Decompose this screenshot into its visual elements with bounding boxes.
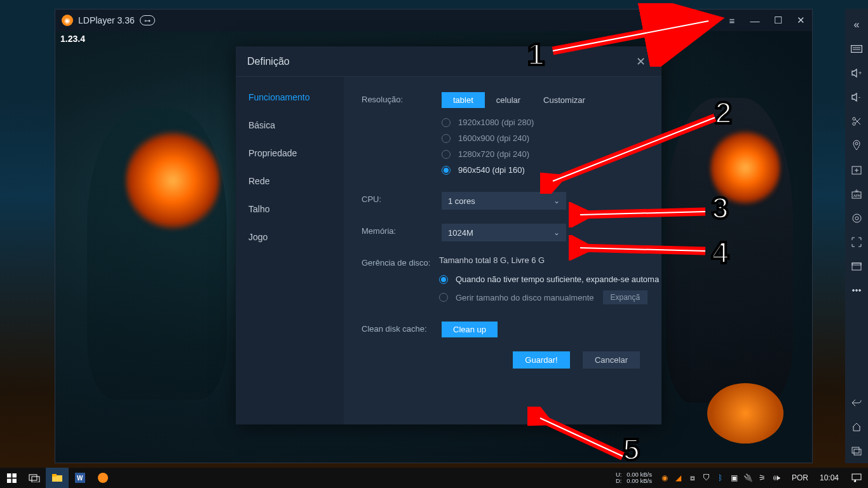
save-button[interactable]: Guardar!	[513, 351, 570, 369]
right-toolbar: « + - APK	[845, 9, 868, 463]
svg-rect-38	[29, 475, 37, 480]
res-opt-1920[interactable]: 1920x1080 (dpi 280)	[442, 114, 659, 130]
system-tray: ◉ ◢ ⧈ ⛉ ᛒ ▣ 🔌 ⚞ 🕪	[654, 473, 787, 483]
res-opt-960[interactable]: 960x540 (dpi 160)	[442, 162, 659, 178]
ldplayer-taskbar-icon[interactable]	[92, 468, 114, 488]
menu-button[interactable]: ≡	[721, 10, 743, 31]
svg-line-7	[855, 119, 860, 125]
action-center-icon[interactable]	[845, 468, 868, 488]
recent-icon[interactable]	[845, 439, 868, 463]
back-icon[interactable]	[845, 391, 868, 415]
disk-opt-manual[interactable]: Gerir tamanho do disco manualmenteExpanç…	[439, 287, 659, 308]
tray-ld-icon[interactable]: ◉	[660, 473, 670, 483]
tray-sound-icon[interactable]: 🕪	[771, 473, 782, 483]
svg-rect-41	[52, 474, 57, 477]
add-window-icon[interactable]	[845, 158, 868, 182]
location-icon[interactable]	[845, 133, 868, 158]
lang-indicator[interactable]: POR	[787, 473, 813, 482]
nav-jogo[interactable]: Jogo	[236, 223, 344, 251]
svg-point-15	[853, 214, 861, 222]
resolution-mode-tabs: tablet celular Customizar	[442, 92, 597, 108]
tray-monitor-icon[interactable]: ▣	[729, 473, 740, 483]
res-tab-customizar[interactable]: Customizar	[532, 92, 597, 108]
home-icon[interactable]	[845, 415, 868, 439]
res-opt-1600[interactable]: 1600x900 (dpi 240)	[442, 130, 659, 146]
cpu-select[interactable]: 1 cores ⌄	[442, 192, 566, 210]
volume-down-icon[interactable]: -	[845, 85, 868, 109]
svg-point-21	[859, 290, 861, 292]
svg-point-6	[853, 123, 855, 125]
fullscreen-icon[interactable]	[845, 230, 868, 254]
game-version: 1.23.4	[60, 34, 85, 44]
svg-rect-23	[854, 449, 861, 455]
minimize-button[interactable]: —	[743, 10, 766, 31]
expand-disk-button[interactable]: Expançã	[603, 290, 648, 304]
svg-text:W: W	[77, 475, 83, 482]
resolution-label: Resolução:	[362, 92, 442, 178]
svg-line-8	[855, 118, 860, 123]
svg-rect-35	[12, 473, 17, 478]
disk-info: Tamanho total 8 G, Livre 6 G	[439, 255, 659, 265]
settings-pane: Resolução: tablet celular Customizar 192…	[344, 77, 661, 424]
disk-label: Gerência de disco:	[362, 255, 439, 308]
res-tab-tablet[interactable]: tablet	[442, 92, 485, 108]
clock[interactable]: 10:04	[813, 473, 845, 482]
chevron-down-icon: ⌄	[553, 196, 560, 205]
file-explorer-icon[interactable]	[46, 468, 69, 488]
svg-rect-22	[852, 447, 859, 453]
svg-point-16	[855, 217, 858, 220]
apk-icon[interactable]: APK	[845, 182, 868, 206]
disk-opt-auto[interactable]: Quando não tiver tempo suficiente, expan…	[439, 271, 659, 287]
svg-rect-17	[852, 263, 861, 270]
res-opt-1280[interactable]: 1280x720 (dpi 240)	[442, 146, 659, 162]
tray-wifi-icon[interactable]: ⚞	[757, 473, 768, 483]
nav-basica[interactable]: Básica	[236, 111, 344, 139]
svg-rect-36	[7, 478, 11, 483]
tray-avast-icon[interactable]: ◢	[674, 473, 684, 483]
modal-title: Definição	[247, 56, 290, 67]
chevron-down-icon: ⌄	[553, 228, 560, 237]
tray-bluetooth-icon[interactable]: ᛒ	[715, 473, 726, 483]
svg-rect-34	[7, 473, 11, 478]
modal-close-icon[interactable]: ✕	[631, 55, 650, 69]
svg-point-20	[856, 290, 858, 292]
cancel-button[interactable]: Cancelar	[583, 351, 640, 369]
tray-battery-icon[interactable]: 🔌	[743, 473, 754, 483]
nav-propriedade[interactable]: Propriedade	[236, 139, 344, 167]
settings-modal: Definição ✕ Funcionamento Básica Proprie…	[236, 46, 661, 424]
settings-nav: Funcionamento Básica Propriedade Rede Ta…	[236, 77, 344, 424]
screenshot-icon[interactable]	[845, 254, 868, 278]
svg-rect-18	[852, 263, 861, 265]
memory-select[interactable]: 1024M ⌄	[442, 224, 566, 241]
gamepad-icon: ⊶	[140, 15, 155, 25]
more-icon[interactable]	[845, 278, 868, 302]
svg-text:-: -	[858, 94, 860, 100]
nav-rede[interactable]: Rede	[236, 167, 344, 195]
app-logo-icon: ◉	[62, 15, 73, 26]
svg-rect-39	[32, 477, 39, 482]
volume-up-icon[interactable]: +	[845, 61, 868, 85]
svg-rect-44	[852, 474, 861, 480]
maximize-button[interactable]: ☐	[766, 10, 789, 31]
collapse-toolbar-icon[interactable]: «	[845, 13, 868, 37]
start-button[interactable]	[0, 468, 23, 488]
svg-point-9	[855, 142, 858, 145]
res-tab-celular[interactable]: celular	[485, 92, 532, 108]
clean-up-button[interactable]: Clean up	[442, 322, 498, 337]
settings-icon[interactable]	[845, 206, 868, 230]
close-button[interactable]: ✕	[789, 10, 812, 31]
memory-label: Memória:	[362, 224, 442, 241]
tray-defender-icon[interactable]: ⛉	[702, 473, 712, 483]
tray-dropbox-icon[interactable]: ⧈	[688, 473, 698, 483]
keyboard-icon[interactable]	[845, 37, 868, 61]
scissors-icon[interactable]	[845, 109, 868, 133]
word-icon[interactable]: W	[69, 468, 92, 488]
svg-point-5	[853, 118, 855, 120]
net-monitor: U: 0.00 kB/s D: 0.00 kB/s	[616, 471, 652, 484]
task-view-icon[interactable]	[23, 468, 46, 488]
titlebar: ◉ LDPlayer 3.36 ⊶ ≡ — ☐ ✕	[55, 10, 812, 31]
nav-talho[interactable]: Talho	[236, 195, 344, 223]
nav-funcionamento[interactable]: Funcionamento	[236, 83, 344, 111]
svg-text:+: +	[858, 70, 862, 76]
app-title: LDPlayer 3.36	[78, 15, 135, 25]
